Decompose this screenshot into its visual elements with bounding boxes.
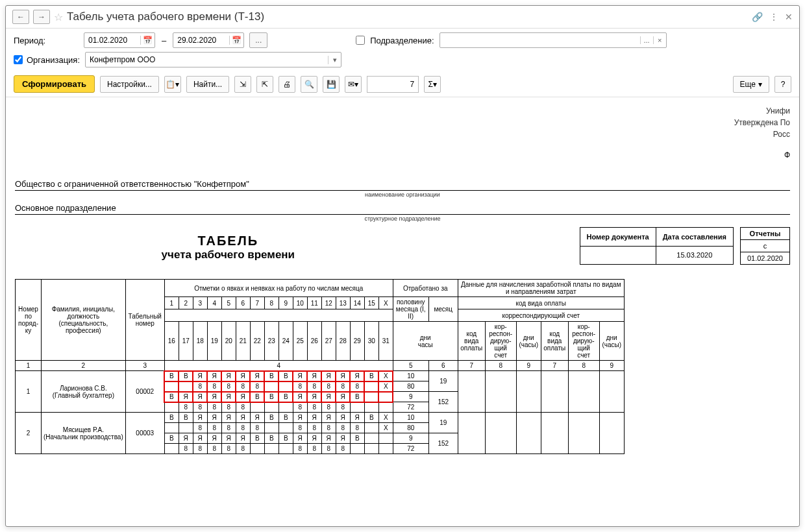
nav-fwd[interactable]: → (33, 10, 50, 24)
org-label: Организация: (27, 55, 80, 65)
period-label: Период: (14, 36, 79, 45)
mail-icon[interactable]: ✉▾ (345, 76, 362, 93)
expand-icon[interactable]: ⇲ (234, 76, 251, 93)
find-button[interactable]: Найти... (186, 76, 229, 93)
link-icon[interactable]: 🔗 (752, 12, 763, 22)
header-line: Утверждена По (15, 117, 790, 128)
period-picker[interactable]: ... (249, 32, 267, 48)
org-check[interactable] (14, 55, 23, 64)
report-area: Унифи Утверждена По Росс Ф Общество с ог… (6, 97, 799, 526)
window-title: Табель учета рабочего времени (Т-13) (67, 10, 264, 23)
copy-icon[interactable]: 📋▾ (164, 76, 181, 93)
preview-icon[interactable]: 🔍 (301, 76, 317, 93)
calendar-icon[interactable]: 📅 (140, 36, 155, 45)
menu-icon[interactable]: ⋮ (769, 12, 778, 22)
help-button[interactable]: ? (774, 76, 791, 93)
close-icon[interactable]: ✕ (785, 12, 793, 22)
favorite-icon[interactable]: ☆ (54, 11, 63, 23)
company-name: Общество с ограниченной ответственностью… (15, 179, 790, 191)
collapse-icon[interactable]: ⇱ (256, 76, 273, 93)
calendar-icon[interactable]: 📅 (229, 36, 243, 45)
subdiv-check[interactable] (356, 36, 365, 45)
settings-button[interactable]: Настройки... (100, 76, 159, 93)
titlebar: ← → ☆ Табель учета рабочего времени (Т-1… (6, 6, 799, 29)
chevron-down-icon[interactable]: ▾ (328, 56, 341, 64)
generate-button[interactable]: Сформировать (14, 75, 95, 93)
more-button[interactable]: Еще ▾ (733, 76, 769, 93)
sum-icon[interactable]: Σ▾ (424, 76, 441, 93)
dept-name: Основное подразделение (15, 203, 790, 215)
clear-icon[interactable]: × (653, 36, 666, 44)
page-input[interactable] (367, 76, 419, 93)
org-combo[interactable]: ▾ (85, 52, 341, 67)
date-to[interactable]: 📅 (173, 32, 244, 48)
nav-back[interactable]: ← (12, 10, 29, 24)
timesheet-table: Номер по поряд-куФамилия, инициалы, долж… (15, 279, 625, 454)
header-line: Унифи (15, 105, 790, 117)
ellipsis-icon[interactable]: ... (640, 36, 653, 44)
date-from[interactable]: 📅 (84, 32, 155, 48)
subdiv-label: Подразделение: (370, 36, 434, 45)
print-icon[interactable]: 🖨 (279, 76, 295, 93)
save-icon[interactable]: 💾 (323, 76, 340, 93)
subdiv-combo[interactable]: ... × (440, 32, 667, 48)
doc-title: ТАБЕЛЬ (15, 234, 441, 248)
header-line: Росс (15, 128, 790, 140)
